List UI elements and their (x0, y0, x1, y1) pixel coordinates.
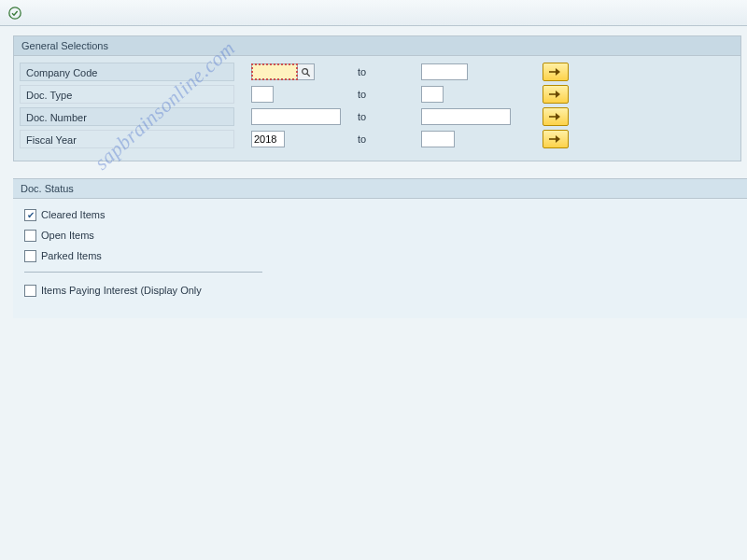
selection-row: Doc. Numberto (20, 106, 735, 127)
field-label: Doc. Type (20, 85, 234, 104)
checkbox-row: Items Paying Interest (Display Only (19, 280, 741, 301)
multiple-selection-button[interactable] (543, 85, 569, 104)
search-icon (301, 67, 311, 77)
divider (24, 272, 262, 273)
multiple-selection-icon (548, 66, 563, 77)
checkbox-label: Open Items (41, 230, 94, 241)
checkbox[interactable] (24, 230, 36, 242)
general-selections-group: General Selections Company CodetoDoc. Ty… (13, 35, 741, 161)
from-input[interactable] (251, 131, 285, 147)
field-label: Doc. Number (20, 107, 234, 126)
execute-button[interactable] (6, 4, 24, 22)
to-label: to (346, 66, 421, 77)
to-label: to (346, 111, 421, 122)
checkbox-row: Parked Items (19, 245, 741, 266)
general-selections-title: General Selections (14, 36, 740, 56)
to-label: to (346, 133, 421, 145)
to-input[interactable] (421, 131, 455, 147)
checkbox-label: Cleared Items (41, 209, 105, 220)
to-label: to (346, 89, 421, 100)
multiple-selection-button[interactable] (543, 63, 569, 81)
selection-row: Company Codeto (20, 62, 735, 82)
from-input[interactable] (251, 63, 298, 80)
field-label: Company Code (20, 63, 234, 81)
from-input[interactable] (251, 108, 341, 125)
checkbox[interactable] (24, 250, 36, 262)
checkbox-label: Parked Items (41, 250, 102, 261)
multiple-selection-icon (548, 89, 563, 100)
doc-status-group: Doc. Status ✔Cleared ItemsOpen ItemsPark… (13, 178, 747, 318)
selection-row: Doc. Typeto (20, 84, 735, 105)
to-input[interactable] (421, 86, 444, 103)
checkbox-row: Open Items (19, 225, 741, 245)
field-label: Fiscal Year (20, 130, 234, 148)
from-input[interactable] (251, 86, 274, 103)
checkbox[interactable] (24, 285, 36, 297)
clock-check-icon (7, 6, 22, 21)
toolbar (0, 0, 747, 26)
multiple-selection-button[interactable] (543, 107, 569, 126)
to-input[interactable] (421, 63, 468, 80)
doc-status-body: ✔Cleared ItemsOpen ItemsParked ItemsItem… (13, 199, 747, 310)
checkbox[interactable]: ✔ (24, 209, 36, 221)
app-window: General Selections Company CodetoDoc. Ty… (0, 0, 747, 560)
selection-row: Fiscal Yearto (20, 129, 735, 149)
general-selections-body: Company CodetoDoc. TypetoDoc. NumbertoFi… (14, 56, 740, 161)
to-input[interactable] (421, 108, 511, 125)
checkbox-row: ✔Cleared Items (19, 204, 741, 225)
multiple-selection-icon (548, 133, 563, 145)
checkbox-label: Items Paying Interest (Display Only (41, 285, 202, 296)
multiple-selection-icon (548, 111, 563, 122)
doc-status-title: Doc. Status (13, 179, 747, 199)
svg-point-1 (303, 68, 308, 74)
multiple-selection-button[interactable] (543, 130, 569, 148)
value-help-button[interactable] (298, 63, 315, 80)
content-area: General Selections Company CodetoDoc. Ty… (0, 26, 747, 318)
